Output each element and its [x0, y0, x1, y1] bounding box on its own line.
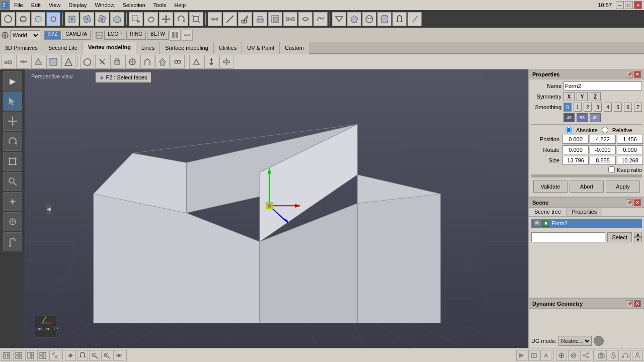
tool-lasso[interactable]: [144, 12, 158, 26]
camera-toggle[interactable]: CAMERA: [62, 31, 91, 40]
size-z-input[interactable]: [617, 156, 643, 165]
smooth-2[interactable]: 2: [584, 103, 592, 112]
view-mode-4[interactable]: [37, 350, 48, 361]
share-btn[interactable]: [580, 350, 591, 361]
dg-mode-circle[interactable]: [594, 336, 604, 346]
tool-knife[interactable]: [408, 12, 422, 26]
net-btn[interactable]: [568, 350, 579, 361]
tab-surface-modeling[interactable]: Surface modeling: [160, 42, 214, 54]
abort-button[interactable]: Abort: [570, 180, 604, 193]
validate-button[interactable]: Validate: [533, 180, 568, 193]
scene-eye-icon[interactable]: 👁: [533, 220, 540, 227]
keep-ratio-checkbox[interactable]: [608, 166, 615, 173]
scene-close[interactable]: ✕: [634, 199, 641, 206]
scene-item-form2[interactable]: 👁 ■ Form2: [531, 219, 642, 228]
tool-inset[interactable]: [268, 12, 282, 26]
person-btn[interactable]: [632, 350, 643, 361]
rot-y-input[interactable]: [590, 145, 616, 154]
view-front[interactable]: F: [65, 12, 79, 26]
view-mode-3[interactable]: [25, 350, 36, 361]
scene-up-btn[interactable]: ▲: [634, 232, 642, 237]
menu-display[interactable]: Display: [64, 0, 91, 10]
tool-flip[interactable]: [332, 12, 346, 26]
subtool-14[interactable]: [204, 55, 218, 69]
subtool-10[interactable]: [140, 55, 154, 69]
subtool-15[interactable]: [219, 55, 233, 69]
close-btn[interactable]: ✕: [634, 1, 642, 9]
tool-rotate1[interactable]: [1, 12, 15, 26]
tool-bridge[interactable]: [283, 12, 297, 26]
menu-window[interactable]: Window: [91, 0, 118, 10]
betw-toggle[interactable]: BETW: [147, 31, 169, 40]
sidebar-scale[interactable]: [3, 152, 22, 171]
sym-y-btn[interactable]: Y: [577, 92, 588, 101]
subtool-7[interactable]: [95, 55, 109, 69]
tab-vertex-modeling[interactable]: Vertex modeling: [83, 42, 136, 54]
view-persp[interactable]: [110, 12, 124, 26]
menu-help[interactable]: Help: [171, 0, 190, 10]
eye-btn[interactable]: [113, 350, 124, 361]
apply-button[interactable]: Apply: [606, 180, 640, 193]
subtool-5[interactable]: [61, 55, 75, 69]
smooth-5[interactable]: 5: [614, 103, 622, 112]
view-mode-2[interactable]: [13, 350, 24, 361]
smooth-7[interactable]: 7: [634, 103, 642, 112]
menu-edit[interactable]: Edit: [27, 0, 45, 10]
viewport[interactable]: Perspective view ● F2 : Select faces: [25, 69, 528, 348]
smooth-6[interactable]: 6: [624, 103, 632, 112]
render-btn2[interactable]: [528, 350, 539, 361]
color-box-3[interactable]: 42: [590, 113, 601, 122]
sidebar-snap[interactable]: [3, 212, 22, 231]
world-select[interactable]: World Local: [10, 30, 40, 40]
render-btn3[interactable]: [540, 350, 551, 361]
tab-3d-primitives[interactable]: 3D Primitives: [0, 42, 43, 54]
smooth-3[interactable]: 3: [594, 103, 602, 112]
maximize-btn[interactable]: □: [625, 1, 633, 9]
camera-btn[interactable]: [596, 350, 607, 361]
select-button[interactable]: Select: [607, 232, 632, 242]
dg-pin[interactable]: 📌: [626, 300, 633, 307]
sym-x-btn[interactable]: X: [564, 92, 575, 101]
ring-toggle[interactable]: RING: [126, 31, 146, 40]
tool-edge[interactable]: [223, 12, 237, 26]
smooth-1[interactable]: 1: [574, 103, 582, 112]
tool-select-box[interactable]: [129, 12, 143, 26]
tool-sphere[interactable]: [31, 12, 45, 26]
tab-second-life[interactable]: Second Life: [43, 42, 83, 54]
relative-radio[interactable]: [602, 127, 608, 133]
tool-weld[interactable]: [208, 12, 222, 26]
sidebar-rotate[interactable]: [3, 132, 22, 151]
size-y-input[interactable]: [590, 156, 616, 165]
scene-pin[interactable]: 📌: [626, 199, 633, 206]
rot-x-input[interactable]: [562, 145, 589, 154]
tool-unwrap[interactable]: [377, 12, 391, 26]
minimize-btn[interactable]: ─: [616, 1, 624, 9]
menu-view[interactable]: View: [45, 0, 65, 10]
view-mode-5[interactable]: [49, 350, 60, 361]
tab-custom[interactable]: Custom: [280, 42, 309, 54]
props-close[interactable]: ✕: [634, 71, 641, 78]
sidebar-select[interactable]: [3, 92, 22, 111]
absolute-radio[interactable]: [566, 127, 572, 133]
magnet-snap-btn[interactable]: [77, 350, 88, 361]
sidebar-pan[interactable]: [3, 192, 22, 211]
tool-smooth[interactable]: [313, 12, 328, 26]
tab-utilities[interactable]: Utilities: [214, 42, 242, 54]
tool-spin[interactable]: [298, 12, 312, 26]
menu-tools[interactable]: Tools: [149, 0, 171, 10]
microphone-btn[interactable]: [608, 350, 619, 361]
panel-resize-handle[interactable]: [531, 174, 642, 177]
smooth-0[interactable]: 0: [564, 103, 572, 112]
name-input[interactable]: [564, 81, 642, 90]
betw-btn2[interactable]: [182, 30, 193, 41]
size-x-input[interactable]: [562, 156, 589, 165]
view-mode-1[interactable]: [1, 350, 12, 361]
sidebar-paint[interactable]: [3, 232, 22, 251]
subtool-11[interactable]: [155, 55, 170, 69]
subtool-1[interactable]: [1, 55, 15, 69]
pos-y-input[interactable]: [590, 135, 616, 144]
dg-mode-select[interactable]: Restric...: [558, 336, 592, 346]
tab-lines[interactable]: Lines: [136, 42, 160, 54]
smooth-4[interactable]: 4: [604, 103, 612, 112]
betw-btn1[interactable]: [170, 30, 181, 41]
